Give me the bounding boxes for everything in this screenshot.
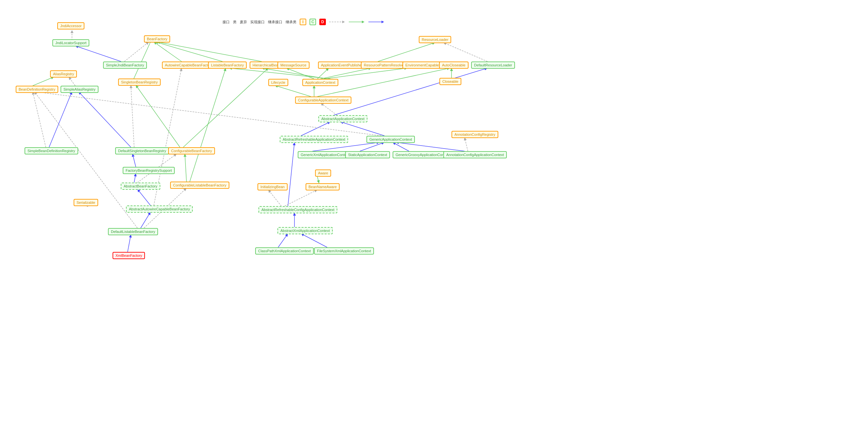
svg-line-12 [33,92,46,147]
legend-deprecated-label: 废弃 [240,20,247,25]
legend-inherit-interface-label: 继承接口 [268,20,282,25]
svg-line-22 [286,68,314,79]
legend-c-item: C [310,19,316,25]
svg-line-49 [137,189,151,205]
svg-marker-1 [342,21,345,23]
svg-line-10 [33,77,54,86]
node-serializable: Serializable [73,199,98,206]
svg-line-29 [275,85,311,97]
node-beannameaware: BeanNameAware [306,183,340,190]
node-beanfactory: BeanFactory [144,35,170,42]
node-aliasregistry: AliasRegistry [50,70,77,77]
node-staticapplicationcontext: StaticApplicationContext [345,151,390,158]
node-defaultlistablebeanfactory: DefaultListableBeanFactory [108,228,158,235]
svg-line-15 [124,42,149,62]
node-genericapplicationcontext: GenericApplicationContext [366,136,415,143]
svg-line-55 [34,92,137,228]
legend: 接口 类 废弃 实现接口 继承接口 继承类 I C D [222,18,395,26]
svg-line-24 [321,68,371,79]
svg-line-20 [443,42,488,62]
svg-marker-5 [381,21,384,23]
node-simplealiasregistry: SimpleAliasRegistry [61,86,98,93]
svg-line-26 [262,68,327,79]
svg-line-43 [183,68,268,147]
node-abstractapplicationcontext: AbstractApplicationContext [318,115,367,122]
svg-line-56 [128,234,131,252]
svg-line-27 [229,68,331,79]
node-simplebeandefinitionregistry: SimpleBeanDefinitionRegistry [25,147,78,154]
svg-line-36 [312,142,379,151]
node-filesystemxmlapplicationcontext: FileSystemXmlApplicationContext [314,247,374,255]
node-applicationeventpublisher: ApplicationEventPublisher [318,62,366,69]
node-configurablelistablebeanfactory: ConfigurableListableBeanFactory [170,182,229,189]
svg-line-31 [321,103,337,115]
svg-line-58 [288,142,294,206]
svg-line-32 [334,68,488,115]
svg-line-41 [79,92,131,147]
node-annotationconfigregistry: AnnotationConfigRegistry [452,131,498,138]
svg-line-60 [285,190,317,206]
node-resourceloader: ResourceLoader [419,36,451,43]
node-resourcepatternresolver: ResourcePatternResolver [361,62,408,69]
node-singletonbeanregistry: SingletonBeanRegistry [118,78,161,86]
svg-line-57 [317,177,319,183]
node-jndilocatorsupport: JndiLocatorSupport [52,39,89,46]
svg-line-18 [157,42,262,62]
node-autocloseable: AutoCloseable [439,62,468,69]
node-abstractbeanfactory: AbstractBeanFactory [121,183,160,190]
node-defaultsingletonbeanregistry: DefaultSingletonBeanRegistry [115,147,169,154]
node-abstractrefreshableconfigapplicationcontext: AbstractRefreshableConfigApplicationCont… [258,206,337,213]
node-initializingbean: InitializingBean [257,183,287,190]
svg-line-19 [378,42,435,62]
node-environmentcapable: EnvironmentCapable [402,62,442,69]
legend-class-label: 类 [233,20,237,25]
legend-inherit-class-label: 继承类 [286,20,297,25]
svg-line-40 [465,137,468,151]
node-simplejndibeanfactory: SimpleJndiBeanFactory [103,62,147,69]
svg-line-23 [317,68,329,79]
node-classpathxmlapplicationcontext: ClassPathXmlApplicationContext [255,247,314,255]
svg-line-16 [154,42,182,62]
svg-line-39 [396,142,465,151]
svg-line-13 [49,92,72,147]
svg-line-25 [324,68,407,79]
svg-line-38 [393,142,409,151]
node-xmlbeanfactory: XmlBeanFactory [113,252,145,259]
legend-i-badge: I [300,19,306,25]
legend-d-badge: D [319,19,326,25]
legend-d-item: D [319,19,326,25]
node-abstractautowirecapablebeanfactory: AbstractAutowireCapableBeanFactory [126,205,193,213]
diagram-container: 接口 类 废弃 实现接口 继承接口 继承类 I C D [0,0,868,443]
node-aware: Aware [315,169,331,177]
node-annotationconfigapplicationcontext: AnnotationConfigApplicationContext [443,151,507,158]
svg-line-34 [340,122,384,136]
svg-line-52 [185,154,186,182]
legend-interface-label: 接口 [222,20,230,25]
svg-line-37 [360,142,384,151]
node-configurableapplicationcontext: ConfigurableApplicationContext [295,97,351,104]
svg-line-63 [301,233,327,247]
node-applicationcontext: ApplicationContext [302,79,338,86]
node-messagesource: MessageSource [277,62,310,69]
node-autowirecapablebeanfactory: AutowireCapableBeanFactory [162,62,216,69]
svg-line-44 [136,85,180,147]
svg-line-45 [132,154,136,167]
node-listablebeanfactory: ListableBeanFactory [208,62,247,69]
node-closeable: Closeable [439,78,461,85]
node-configurablebeanfactory: ConfigurableBeanFactory [168,147,215,154]
svg-line-33 [301,122,331,136]
node-lifecycle: Lifecycle [268,79,288,86]
legend-c-badge: C [310,19,316,25]
svg-line-62 [278,233,288,247]
node-defaultresourceloader: DefaultResourceLoader [471,62,515,69]
svg-line-11 [69,77,75,86]
legend-i-item: I [300,19,306,25]
node-factorybeanregistrysupport: FactoryBeanRegistrySupport [123,167,175,174]
node-genericxmlapplicationcontext: GenericXmlApplicationContext [298,151,352,158]
svg-line-14 [75,46,121,62]
node-abstractxmlapplicationcontext: AbstractXmlApplicationContext [277,227,333,234]
svg-marker-3 [362,21,365,23]
node-jndiaccessor: JndiAccessor [57,22,85,29]
svg-line-59 [268,190,281,206]
node-beandefinitionregistry: BeanDefinitionRegistry [16,86,58,93]
